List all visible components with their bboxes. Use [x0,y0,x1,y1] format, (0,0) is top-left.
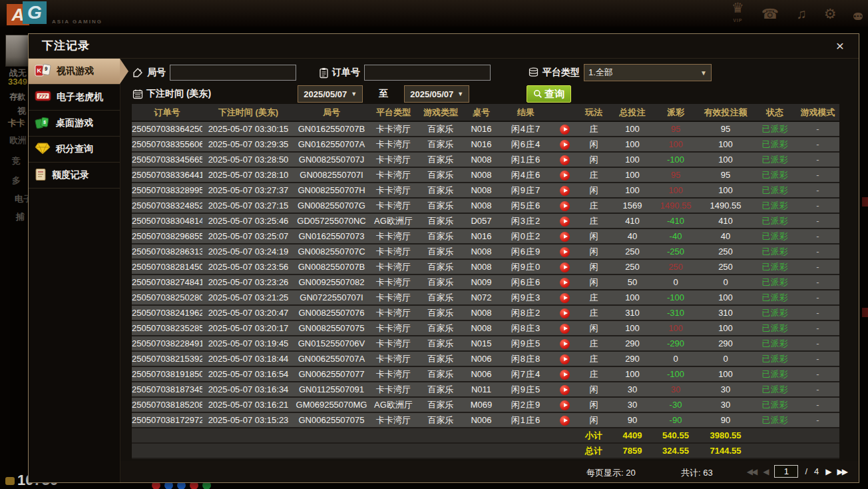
date-to-picker[interactable]: 2025/05/07 ▼ [404,85,469,103]
table-row: 2505070381873452025-05-07 03:16:34GN0112… [132,382,839,398]
nav-jing-fragment[interactable]: 竞 [12,155,21,167]
cell-order-id: 250507038286313 [132,246,202,256]
cell-game-type: 百家乐 [418,139,463,151]
sidebar-item-table-games[interactable]: $桌面游戏 [29,111,120,137]
replay-play-icon[interactable] [560,385,570,395]
cell-table-no: N008 [463,246,499,256]
cell-platform: 卡卡湾厅 [369,185,418,197]
table-row: 2505070383642502025-05-07 03:30:15GN0162… [132,122,839,137]
to-label: 至 [379,88,388,100]
replay-play-icon[interactable] [560,201,570,211]
replay-play-icon[interactable] [560,324,570,334]
first-page-icon[interactable]: ◀◀ [747,467,756,476]
replay-play-icon[interactable] [560,247,570,257]
replay-play-icon[interactable] [560,186,570,196]
customer-service-icon[interactable]: ☎ [761,7,779,21]
table-row: 2505070382748412025-05-07 03:23:26GN0092… [132,275,839,290]
replay-play-icon[interactable] [560,140,570,150]
cell-platform: 卡卡湾厅 [369,276,418,288]
cell-result: 闲8庄3 [499,322,552,334]
cell-result: 闲9庄5 [499,338,552,350]
cell-valid-bet: 100 [698,185,754,195]
cell-valid-bet: 100 [698,323,754,333]
cell-round-id: GN00925507082 [294,277,369,287]
nav-video-fragment[interactable]: 视 [17,105,26,117]
cell-platform: 卡卡湾厅 [369,353,418,365]
cell-order-id: 250507038215392 [132,354,202,364]
music-icon[interactable]: ♫ [796,7,807,21]
last-page-icon[interactable]: ▶▶ [837,467,847,476]
column-header: 桌号 [463,107,499,119]
dialog-sidebar: K9视讯游戏777电子老虎机$桌面游戏积分查询额度记录 [29,59,120,482]
deposit-button[interactable]: 存款 [9,91,25,103]
replay-play-icon[interactable] [560,232,570,242]
replay-play-icon[interactable] [560,278,570,288]
replay-play-icon[interactable] [560,125,570,135]
replay-play-icon[interactable] [560,339,570,349]
cell-play-style: 闲 [576,154,611,166]
replay-play-icon[interactable] [560,155,570,165]
table-games-icon: $ [35,116,51,131]
close-icon[interactable]: × [832,38,848,54]
search-icon [533,89,542,99]
nav-duo-fragment[interactable]: 多 [12,175,21,187]
cell-platform: 卡卡湾厅 [369,307,418,319]
replay-play-icon[interactable] [560,262,570,272]
cell-game-type: 百家乐 [418,307,463,319]
sidebar-item-video-games[interactable]: K9视讯游戏 [29,59,120,85]
cell-platform: AG欧洲厅 [369,215,418,227]
cell-order-id: 250507038187345 [132,384,202,394]
nav-europe-fragment[interactable]: 欧洲 [9,135,27,147]
chat-icon[interactable]: ••• [853,7,863,21]
nav-buyu-fragment[interactable]: 捕 [16,211,25,223]
cell-platform: 卡卡湾厅 [369,123,418,135]
cell-result: 闲8庄2 [499,307,552,319]
coin-icon [5,477,15,485]
prev-page-icon[interactable]: ◀ [763,467,767,476]
replay-play-icon[interactable] [560,400,570,410]
table-row: 2505070383048142025-05-07 03:25:46GD0572… [132,214,839,229]
sidebar-item-points[interactable]: 积分查询 [29,137,120,163]
replay-play-icon[interactable] [560,293,570,303]
cell-round-id: GN0722550707I [294,292,369,302]
cell-payout: -310 [654,308,698,318]
sidebar-item-slot-machine[interactable]: 777电子老虎机 [29,85,120,111]
cell-play-style: 庄 [576,123,611,135]
cell-valid-bet: 310 [698,308,754,318]
cell-table-no: D057 [463,216,499,226]
cell-play-style: 庄 [576,292,611,304]
column-header: 结果 [499,107,552,119]
replay-play-icon[interactable] [560,171,570,181]
cell-order-id: 250507038172972 [132,415,202,425]
replay-play-icon[interactable] [560,308,570,318]
cell-table-no: N016 [463,139,499,149]
replay-play-icon[interactable] [560,354,570,364]
search-button[interactable]: 查询 [527,85,571,103]
table-row: 2505070381729722025-05-07 03:15:23GN0062… [132,413,839,428]
cell-payout: 95 [654,124,698,134]
date-from-picker[interactable]: 2025/05/07 ▼ [298,85,363,103]
cell-result: 闲6庄4 [499,139,552,151]
cell-result: 闲1庄6 [499,154,552,166]
cell-table-no: N008 [463,185,499,195]
cell-order-id: 250507038281450 [132,262,202,272]
round-id-input[interactable] [170,65,296,81]
table-row: 2505070382863132025-05-07 03:24:19GN0082… [132,244,839,260]
replay-play-icon[interactable] [560,370,570,380]
replay-play-icon[interactable] [560,416,570,426]
cell-valid-bet: 30 [698,384,754,394]
cell-status: 已派彩 [754,185,796,197]
next-page-icon[interactable]: ▶ [825,467,830,476]
vip-icon[interactable]: ♛VIP [732,1,744,28]
platform-type-select[interactable]: 1.全部 ▼ [584,64,712,81]
sidebar-item-credit-records[interactable]: 额度记录 [29,163,120,189]
cell-order-id: 250507038355606 [132,139,202,149]
cell-replay [552,139,576,149]
replay-play-icon[interactable] [560,217,570,227]
page-input[interactable]: 1 [774,465,798,478]
sidebar-item-label: 视讯游戏 [57,65,94,77]
cell-game-type: 百家乐 [418,200,463,212]
nav-kaka-fragment[interactable]: 卡卡 [8,117,25,129]
order-id-input[interactable] [364,65,491,81]
settings-icon[interactable]: ⚙ [824,7,837,21]
